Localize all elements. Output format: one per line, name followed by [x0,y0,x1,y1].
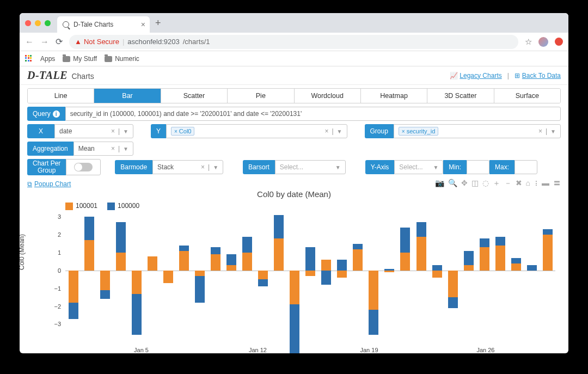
window-minimize-icon[interactable] [35,20,41,26]
bar[interactable] [179,213,189,333]
bar[interactable] [369,213,378,333]
bar[interactable] [242,213,252,333]
chart-type-tab-heatmap[interactable]: Heatmap [361,89,427,103]
y-label: Y [151,124,166,138]
legend-item[interactable]: 100000 [107,202,139,210]
bar[interactable] [464,213,474,333]
zoom-in-icon[interactable]: ＋ [493,179,500,188]
bar[interactable] [69,213,78,333]
x-tick: Jan 26 [476,347,494,353]
legacy-charts-link[interactable]: 📈 Legacy Charts [450,72,502,79]
y-select[interactable]: ×Col0×|▼ [166,124,347,138]
reload-icon[interactable]: ⟳ [56,36,63,47]
apps-icon[interactable] [25,55,33,63]
bar[interactable] [290,213,299,333]
group-select[interactable]: ×security_id×|▼ [394,124,561,138]
bar[interactable] [211,213,220,333]
bar[interactable] [84,213,94,333]
url-host: aschonfeld:9203 [127,38,179,46]
lasso-icon[interactable]: ◌ [482,179,489,188]
bookmark-folder[interactable]: Numeric [105,55,139,63]
browser-tab[interactable]: D-Tale Charts × [57,16,150,33]
back-to-data-link[interactable]: ⊞ Back To Data [514,72,561,79]
bar[interactable] [543,213,553,333]
x-label: X [27,124,54,138]
window-maximize-icon[interactable] [45,20,51,26]
zoom-icon[interactable]: 🔍 [448,179,457,188]
bar[interactable] [195,213,205,333]
bar[interactable] [337,213,347,333]
bar[interactable] [100,213,110,333]
chart-type-tabs: LineBarScatterPieWordcloudHeatmap3D Scat… [27,88,561,103]
chart-type-tab-wordcloud[interactable]: Wordcloud [295,89,361,103]
y-tick: 3 [49,213,61,220]
close-icon[interactable]: × [141,20,145,29]
barmode-select[interactable]: Stack×|▼ [152,160,223,174]
zoom-out-icon[interactable]: － [504,179,512,188]
bar[interactable] [495,213,505,333]
y-tick: −3 [49,321,61,327]
bar[interactable] [274,213,284,333]
query-input[interactable]: security_id in (100000, 100001) and date… [65,107,561,121]
chart-type-tab-bar[interactable]: Bar [94,89,161,103]
new-tab-button[interactable]: + [155,17,161,29]
hover-compare-icon[interactable]: 〓 [553,179,561,188]
bar[interactable] [384,213,394,333]
apps-label[interactable]: Apps [40,55,55,63]
url-input[interactable]: ▲ Not Secure | aschonfeld:9203/charts/1 [69,35,518,49]
chart-type-tab-pie[interactable]: Pie [228,89,294,103]
bar[interactable] [448,213,458,333]
barsort-select[interactable]: Select...▼ [275,160,346,174]
camera-icon[interactable]: 📷 [435,179,444,188]
forward-icon: → [40,37,49,47]
bar[interactable] [432,213,442,333]
chart-per-group-toggle[interactable] [66,159,101,175]
reset-axes-icon[interactable]: ⌂ [526,179,530,188]
bar[interactable] [527,213,537,333]
chart-type-tab-scatter[interactable]: Scatter [161,89,228,103]
spike-lines-icon[interactable]: ⫶ [534,179,538,188]
bar[interactable] [132,213,142,333]
group-label: Group [365,124,394,138]
hover-closest-icon[interactable]: ▬ [542,179,549,188]
bar[interactable] [305,213,315,333]
query-label: Queryi [27,107,65,121]
back-icon[interactable]: ← [25,37,34,47]
bar[interactable] [321,213,331,333]
bookmark-folder[interactable]: My Stuff [63,55,97,63]
yaxis-label: Y-Axis [365,160,395,174]
autoscale-icon[interactable]: ✖ [516,179,522,188]
info-icon[interactable]: i [53,111,60,118]
page-title: Charts [71,72,94,81]
pan-icon[interactable]: ✥ [461,179,468,188]
window-close-icon[interactable] [25,20,31,26]
chart-type-tab-surface[interactable]: Surface [494,89,560,103]
legend-item[interactable]: 100001 [65,202,97,210]
bookmark-star-icon[interactable]: ☆ [525,37,532,47]
bar[interactable] [400,213,410,333]
yaxis-select[interactable]: Select...▼ [394,160,443,174]
bar[interactable] [511,213,521,333]
chart-plot[interactable]: Col0 (Mean) 3210−1−2−3 [49,213,555,347]
popup-chart-link[interactable]: ⧉ Popup Chart [27,180,71,188]
bar[interactable] [353,213,363,333]
bar[interactable] [480,213,489,333]
x-select[interactable]: date×|▼ [54,124,133,138]
browser-urlbar: ← → ⟳ ▲ Not Secure | aschonfeld:9203/cha… [20,33,568,51]
profile-avatar[interactable] [538,37,548,47]
extension-icon[interactable] [555,38,563,46]
bar[interactable] [226,213,236,333]
bar[interactable] [148,213,157,333]
bar[interactable] [116,213,126,333]
aggregation-select[interactable]: Mean×|▼ [74,142,133,156]
plotly-toolbar: 📷 🔍 ✥ ◫ ◌ ＋ － ✖ ⌂ ⫶ ▬ 〓 [435,179,561,188]
min-input[interactable] [467,160,489,174]
chart-type-tab-3d-scatter[interactable]: 3D Scatter [427,89,494,103]
chart-type-tab-line[interactable]: Line [28,89,94,103]
bar[interactable] [258,213,268,333]
max-input[interactable] [514,160,537,174]
box-select-icon[interactable]: ◫ [471,179,479,188]
bar[interactable] [416,213,426,333]
bar[interactable] [163,213,173,333]
x-tick: Jan 19 [360,347,378,353]
